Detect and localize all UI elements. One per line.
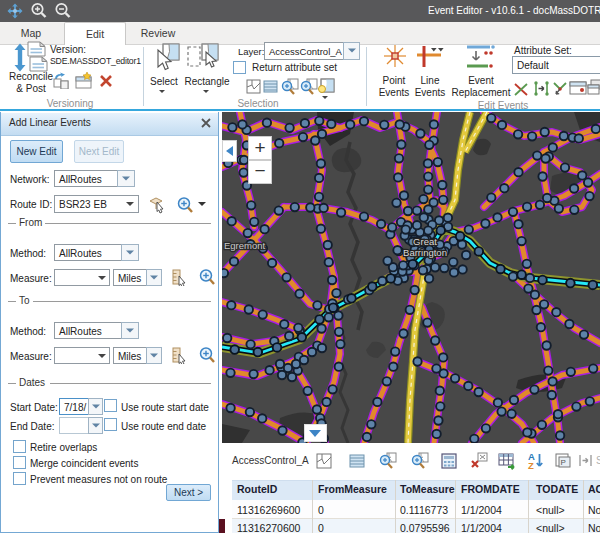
svg-text:Barrington: Barrington bbox=[403, 247, 447, 258]
svg-text:Z: Z bbox=[528, 460, 534, 470]
svg-text:Great: Great bbox=[413, 236, 437, 247]
svg-text:Egremont: Egremont bbox=[224, 240, 266, 251]
svg-text:P: P bbox=[561, 458, 566, 467]
